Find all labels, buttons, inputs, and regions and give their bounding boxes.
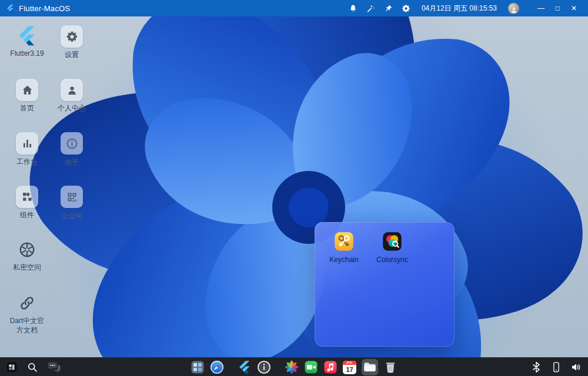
- calendar-month: JUL: [343, 361, 356, 365]
- desktop-icon-label: 公众号: [51, 211, 92, 220]
- person-icon: [66, 84, 78, 96]
- trash-icon[interactable]: [383, 360, 397, 374]
- photos-app-icon[interactable]: [285, 360, 299, 374]
- music-app-icon[interactable]: [323, 360, 338, 374]
- dock-center-group: JUL 17: [0, 358, 588, 376]
- folder-item-label: Keychain: [329, 256, 358, 264]
- facetime-app-icon[interactable]: [304, 360, 318, 374]
- titlebar-app: Flutter-MacOS: [6, 4, 70, 13]
- components-icon: [21, 191, 34, 203]
- titlebar: Flutter-MacOS 04月12日 周五 08:15:53 — □ ✕: [0, 0, 588, 16]
- calendar-app-icon[interactable]: JUL 17: [343, 361, 356, 374]
- desktop-icon-label: Dart中文官方文档: [6, 317, 48, 335]
- desktop-icon-label: 工作台: [6, 157, 48, 167]
- desktop-icon-label: 首页: [6, 104, 48, 113]
- desktop-icon-label: 关于: [51, 157, 92, 167]
- chain-link-icon: [16, 293, 38, 314]
- folder-window[interactable]: Keychain Colorsync: [315, 222, 455, 347]
- aperture-icon: [16, 239, 38, 260]
- dock-folder-highlight: [362, 359, 378, 375]
- titlebar-actions: 04月12日 周五 08:15:53 — □ ✕: [349, 0, 582, 16]
- dock: JUL 17: [0, 357, 588, 376]
- magic-wand-icon[interactable]: [366, 4, 375, 13]
- widgets-app-icon[interactable]: [191, 360, 205, 374]
- qr-code-icon: [66, 191, 78, 203]
- desktop: Flutter3.19 设置 首页 个人中心 工作台 关于: [0, 16, 588, 357]
- volume-speaker-icon[interactable]: [570, 361, 582, 373]
- home-icon: [21, 84, 34, 96]
- keychain-app-icon: [333, 231, 355, 252]
- desktop-icon-dart-docs[interactable]: Dart中文官方文档: [5, 290, 49, 343]
- desktop-icon-label: 私密空间: [6, 263, 48, 273]
- app-title: Flutter-MacOS: [19, 4, 70, 13]
- info-circle-icon: [66, 137, 78, 150]
- dock-status-group: [530, 358, 582, 376]
- maximize-button[interactable]: □: [549, 0, 566, 16]
- folder-item-keychain[interactable]: Keychain: [322, 231, 366, 264]
- user-avatar[interactable]: [508, 3, 519, 14]
- desktop-icon-label: 设置: [51, 51, 92, 60]
- flutter-logo-icon: [6, 4, 15, 13]
- colorsync-app-icon: [382, 231, 403, 252]
- close-button[interactable]: ✕: [566, 0, 582, 16]
- desktop-icon-label: Flutter3.19: [6, 49, 48, 59]
- about-app-icon[interactable]: [257, 360, 271, 374]
- desktop-icon-grid: Flutter3.19 设置 首页 个人中心 工作台 关于: [5, 22, 94, 343]
- desktop-icon-official-account[interactable]: 公众号: [49, 183, 94, 236]
- folder-icon[interactable]: [363, 360, 377, 374]
- folder-item-colorsync[interactable]: Colorsync: [370, 231, 415, 264]
- minimize-button[interactable]: —: [533, 0, 549, 16]
- flutter-logo-icon: [16, 25, 38, 46]
- flutter-app-icon[interactable]: [238, 360, 252, 374]
- desktop-icon-about[interactable]: 关于: [49, 129, 94, 183]
- desktop-icon-private-space[interactable]: 私密空间: [5, 236, 49, 290]
- calendar-day: 17: [343, 365, 356, 374]
- flutter-macos-screen: Flutter-MacOS 04月12日 周五 08:15:53 — □ ✕: [0, 0, 588, 376]
- desktop-icon-workbench[interactable]: 工作台: [5, 129, 49, 183]
- desktop-icon-label: 个人中心: [51, 104, 92, 113]
- desktop-icon-profile[interactable]: 个人中心: [49, 76, 94, 129]
- phone-icon[interactable]: [550, 361, 562, 373]
- safari-app-icon[interactable]: [210, 360, 224, 374]
- bar-chart-icon: [21, 137, 34, 150]
- window-controls: — □ ✕: [533, 0, 582, 16]
- datetime-display: 04月12日 周五 08:15:53: [422, 4, 497, 14]
- desktop-icon-label: 组件: [6, 211, 48, 220]
- desktop-icon-flutter319[interactable]: Flutter3.19: [5, 22, 49, 76]
- settings-gear-icon: [66, 31, 78, 43]
- pin-icon[interactable]: [384, 4, 393, 13]
- folder-item-label: Colorsync: [376, 256, 407, 264]
- bluetooth-icon[interactable]: [530, 361, 542, 373]
- desktop-icon-home[interactable]: 首页: [5, 76, 49, 129]
- desktop-icon-settings[interactable]: 设置: [49, 22, 94, 76]
- notification-bell-icon[interactable]: [349, 4, 358, 13]
- settings-gear-icon[interactable]: [402, 4, 410, 13]
- desktop-icon-components[interactable]: 组件: [5, 183, 49, 236]
